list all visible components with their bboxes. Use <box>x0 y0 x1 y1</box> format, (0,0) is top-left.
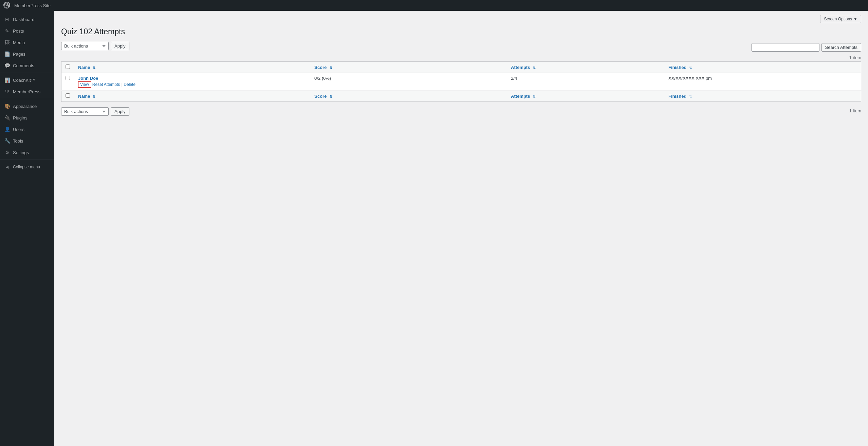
attempts-table: Name ⇅ Score ⇅ Attempts ⇅ Finished ⇅ <box>61 61 861 102</box>
sidebar-item-media[interactable]: 🖼 Media <box>0 37 54 48</box>
sidebar-item-plugins[interactable]: 🔌 Plugins <box>0 112 54 124</box>
sidebar-item-appearance[interactable]: 🎨 Appearance <box>0 100 54 112</box>
footer-score-sort-icon: ⇅ <box>329 95 332 98</box>
search-button[interactable]: Search Attempts <box>821 43 861 52</box>
bottom-toolbar: Bulk actions Delete Apply <box>61 107 129 116</box>
sidebar-item-settings[interactable]: ⚙ Settings <box>0 147 54 158</box>
sidebar-label-coachkit: CoachKit™ <box>13 78 35 83</box>
items-count-top: 1 item <box>61 55 861 60</box>
sidebar-label-pages: Pages <box>13 52 25 57</box>
row-finished-cell: XX/XX/XXXX XXX pm <box>664 73 861 91</box>
header-attempts[interactable]: Attempts ⇅ <box>507 62 665 73</box>
main-content: Screen Options ▼ Quiz 102 Attempts Bulk … <box>54 11 868 446</box>
coachkit-icon: 📊 <box>4 77 10 83</box>
name-sort-icon: ⇅ <box>93 66 95 70</box>
apply-button-bottom[interactable]: Apply <box>111 107 129 116</box>
page-title: Quiz 102 Attempts <box>61 27 861 36</box>
table-header-row: Name ⇅ Score ⇅ Attempts ⇅ Finished ⇅ <box>61 62 861 73</box>
select-all-checkbox[interactable] <box>66 64 70 69</box>
sidebar-item-memberpress[interactable]: Ψ MemberPress <box>0 86 54 97</box>
row-score-cell: 0/2 (0%) <box>310 73 507 91</box>
score-sort-icon: ⇅ <box>329 66 332 70</box>
sidebar-item-tools[interactable]: 🔧 Tools <box>0 135 54 147</box>
collapse-icon: ◄ <box>4 164 10 170</box>
collapse-menu[interactable]: ◄ Collapse menu <box>0 161 54 173</box>
top-toolbar: Bulk actions Delete Apply <box>61 42 129 50</box>
pages-icon: 📄 <box>4 51 10 57</box>
header-finished[interactable]: Finished ⇅ <box>664 62 861 73</box>
footer-attempts-label: Attempts <box>511 94 530 99</box>
header-finished-label: Finished <box>668 65 686 70</box>
plugins-icon: 🔌 <box>4 115 10 121</box>
search-area: Search Attempts <box>752 43 861 52</box>
row-name-cell: John Doe View Reset Attempts | Delete <box>74 73 310 91</box>
memberpress-icon: Ψ <box>4 89 10 95</box>
sidebar-item-users[interactable]: 👤 Users <box>0 124 54 135</box>
footer-score-label: Score <box>314 94 327 99</box>
footer-checkbox-cell <box>61 91 74 102</box>
comments-icon: 💬 <box>4 62 10 69</box>
settings-icon: ⚙ <box>4 149 10 155</box>
footer-finished-sort-icon: ⇅ <box>689 95 692 98</box>
adminbar-site-name[interactable]: MemberPress Site <box>14 3 51 8</box>
select-all-checkbox-bottom[interactable] <box>66 93 70 98</box>
sidebar-item-coachkit[interactable]: 📊 CoachKit™ <box>0 74 54 86</box>
header-attempts-label: Attempts <box>511 65 530 70</box>
footer-header-name[interactable]: Name ⇅ <box>74 91 310 102</box>
sidebar-label-appearance: Appearance <box>13 104 37 109</box>
header-name-label: Name <box>78 65 90 70</box>
footer-name-label: Name <box>78 94 90 99</box>
footer-header-finished[interactable]: Finished ⇅ <box>664 91 861 102</box>
footer-name-sort-icon: ⇅ <box>93 95 95 98</box>
search-input[interactable] <box>752 43 819 52</box>
sidebar-label-posts: Posts <box>13 29 24 34</box>
main-layout: ⊞ Dashboard ✎ Posts 🖼 Media 📄 Pages 💬 Co… <box>0 11 868 446</box>
sidebar-label-users: Users <box>13 127 24 132</box>
sidebar-label-memberpress: MemberPress <box>13 89 40 94</box>
sidebar-item-posts[interactable]: ✎ Posts <box>0 25 54 37</box>
footer-header-attempts[interactable]: Attempts ⇅ <box>507 91 665 102</box>
sidebar-label-plugins: Plugins <box>13 115 28 120</box>
reset-attempts-link[interactable]: Reset Attempts <box>92 82 120 87</box>
finished-sort-icon: ⇅ <box>689 66 692 70</box>
sidebar-item-dashboard[interactable]: ⊞ Dashboard <box>0 14 54 25</box>
appearance-icon: 🎨 <box>4 103 10 109</box>
sidebar-label-dashboard: Dashboard <box>13 17 35 22</box>
action-separator: | <box>121 82 122 87</box>
sidebar: ⊞ Dashboard ✎ Posts 🖼 Media 📄 Pages 💬 Co… <box>0 11 54 446</box>
row-checkbox-cell <box>61 73 74 91</box>
apply-button-top[interactable]: Apply <box>111 42 129 50</box>
tools-icon: 🔧 <box>4 138 10 144</box>
sidebar-label-tools: Tools <box>13 138 23 144</box>
row-name-link[interactable]: John Doe <box>78 76 98 81</box>
sidebar-item-comments[interactable]: 💬 Comments <box>0 60 54 71</box>
screen-options-button[interactable]: Screen Options ▼ <box>820 15 861 23</box>
attempts-sort-icon: ⇅ <box>533 66 536 70</box>
screen-options-label: Screen Options <box>824 17 852 21</box>
wp-logo[interactable] <box>3 2 10 10</box>
delete-link[interactable]: Delete <box>124 82 135 87</box>
top-bar: Screen Options ▼ <box>61 15 861 23</box>
row-checkbox[interactable] <box>66 76 70 80</box>
table-footer-header-row: Name ⇅ Score ⇅ Attempts ⇅ Finished ⇅ <box>61 91 861 102</box>
sidebar-label-settings: Settings <box>13 150 29 155</box>
footer-header-score[interactable]: Score ⇅ <box>310 91 507 102</box>
bulk-actions-select-bottom[interactable]: Bulk actions Delete <box>61 107 109 116</box>
footer-attempts-sort-icon: ⇅ <box>533 95 536 98</box>
row-attempts-cell: 2/4 <box>507 73 665 91</box>
users-icon: 👤 <box>4 126 10 132</box>
dashboard-icon: ⊞ <box>4 16 10 22</box>
bulk-actions-select-top[interactable]: Bulk actions Delete <box>61 42 109 50</box>
row-actions: View Reset Attempts | Delete <box>78 81 306 88</box>
collapse-label: Collapse menu <box>13 165 40 169</box>
admin-bar: MemberPress Site <box>0 0 868 11</box>
screen-options-arrow: ▼ <box>853 17 857 21</box>
table-row: John Doe View Reset Attempts | Delete 0/… <box>61 73 861 91</box>
view-button[interactable]: View <box>78 81 91 88</box>
header-checkbox-cell <box>61 62 74 73</box>
posts-icon: ✎ <box>4 28 10 34</box>
header-name[interactable]: Name ⇅ <box>74 62 310 73</box>
header-score[interactable]: Score ⇅ <box>310 62 507 73</box>
sidebar-item-pages[interactable]: 📄 Pages <box>0 48 54 60</box>
sidebar-label-comments: Comments <box>13 63 34 68</box>
